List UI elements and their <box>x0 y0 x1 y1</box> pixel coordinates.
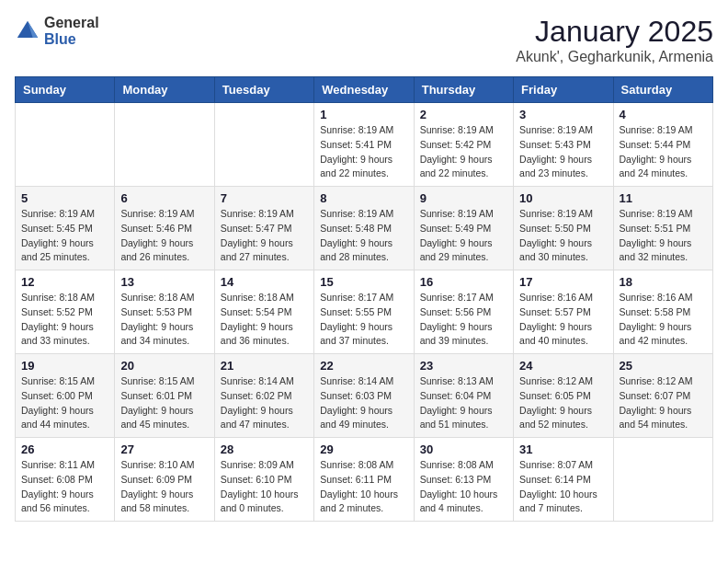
day-info: Sunrise: 8:19 AM Sunset: 5:43 PM Dayligh… <box>519 123 607 181</box>
day-info: Sunrise: 8:11 AM Sunset: 6:08 PM Dayligh… <box>21 458 108 516</box>
title-block: January 2025 Akunk', Gegharkunik, Armeni… <box>516 15 713 65</box>
day-number: 2 <box>420 108 507 121</box>
calendar-cell: 5Sunrise: 8:19 AM Sunset: 5:45 PM Daylig… <box>16 187 115 270</box>
day-info: Sunrise: 8:15 AM Sunset: 6:00 PM Dayligh… <box>21 374 108 432</box>
calendar-cell: 25Sunrise: 8:12 AM Sunset: 6:07 PM Dayli… <box>613 354 712 438</box>
calendar-cell <box>16 103 115 187</box>
day-number: 28 <box>221 442 308 456</box>
day-number: 13 <box>120 275 208 289</box>
day-number: 9 <box>420 191 507 205</box>
calendar-cell <box>115 103 214 187</box>
calendar-cell: 17Sunrise: 8:16 AM Sunset: 5:57 PM Dayli… <box>514 270 613 354</box>
day-number: 1 <box>320 108 407 121</box>
day-info: Sunrise: 8:18 AM Sunset: 5:52 PM Dayligh… <box>21 291 108 349</box>
calendar-header-row: SundayMondayTuesdayWednesdayThursdayFrid… <box>16 77 713 103</box>
calendar-cell: 29Sunrise: 8:08 AM Sunset: 6:11 PM Dayli… <box>314 438 414 522</box>
calendar-week-4: 19Sunrise: 8:15 AM Sunset: 6:00 PM Dayli… <box>16 354 713 438</box>
day-number: 16 <box>420 275 507 289</box>
day-number: 11 <box>620 191 707 205</box>
calendar-cell: 6Sunrise: 8:19 AM Sunset: 5:46 PM Daylig… <box>115 187 214 270</box>
calendar-cell: 2Sunrise: 8:19 AM Sunset: 5:42 PM Daylig… <box>414 103 513 187</box>
weekday-header-wednesday: Wednesday <box>314 77 414 103</box>
calendar-cell: 30Sunrise: 8:08 AM Sunset: 6:13 PM Dayli… <box>414 438 513 522</box>
day-number: 12 <box>21 275 108 289</box>
calendar-cell: 19Sunrise: 8:15 AM Sunset: 6:00 PM Dayli… <box>16 354 115 438</box>
day-info: Sunrise: 8:16 AM Sunset: 5:58 PM Dayligh… <box>620 291 707 349</box>
page-header: General Blue January 2025 Akunk', Geghar… <box>15 15 713 65</box>
day-number: 15 <box>320 275 407 289</box>
day-number: 14 <box>221 275 308 289</box>
logo-icon <box>15 18 40 44</box>
day-info: Sunrise: 8:19 AM Sunset: 5:47 PM Dayligh… <box>221 207 308 265</box>
calendar-table: SundayMondayTuesdayWednesdayThursdayFrid… <box>15 76 713 522</box>
day-info: Sunrise: 8:17 AM Sunset: 5:56 PM Dayligh… <box>420 291 507 349</box>
day-info: Sunrise: 8:18 AM Sunset: 5:53 PM Dayligh… <box>120 291 208 349</box>
calendar-cell: 1Sunrise: 8:19 AM Sunset: 5:41 PM Daylig… <box>314 103 414 187</box>
weekday-header-friday: Friday <box>514 77 613 103</box>
day-number: 18 <box>620 275 707 289</box>
day-info: Sunrise: 8:19 AM Sunset: 5:42 PM Dayligh… <box>420 123 507 181</box>
logo-blue-text: Blue <box>44 31 99 48</box>
day-number: 23 <box>420 359 507 373</box>
calendar-week-5: 26Sunrise: 8:11 AM Sunset: 6:08 PM Dayli… <box>16 438 713 522</box>
day-info: Sunrise: 8:07 AM Sunset: 6:14 PM Dayligh… <box>519 458 607 516</box>
weekday-header-sunday: Sunday <box>16 77 115 103</box>
day-info: Sunrise: 8:18 AM Sunset: 5:54 PM Dayligh… <box>221 291 308 349</box>
day-info: Sunrise: 8:08 AM Sunset: 6:13 PM Dayligh… <box>420 458 507 516</box>
day-number: 31 <box>519 442 607 456</box>
calendar-cell: 15Sunrise: 8:17 AM Sunset: 5:55 PM Dayli… <box>314 270 414 354</box>
calendar-cell: 28Sunrise: 8:09 AM Sunset: 6:10 PM Dayli… <box>214 438 313 522</box>
logo-general-text: General <box>44 15 99 31</box>
calendar-cell: 10Sunrise: 8:19 AM Sunset: 5:50 PM Dayli… <box>514 187 613 270</box>
calendar-cell <box>613 438 712 522</box>
calendar-cell: 23Sunrise: 8:13 AM Sunset: 6:04 PM Dayli… <box>414 354 513 438</box>
day-number: 21 <box>221 359 308 373</box>
weekday-header-tuesday: Tuesday <box>214 77 313 103</box>
calendar-cell: 20Sunrise: 8:15 AM Sunset: 6:01 PM Dayli… <box>115 354 214 438</box>
day-info: Sunrise: 8:12 AM Sunset: 6:05 PM Dayligh… <box>519 374 607 432</box>
day-info: Sunrise: 8:19 AM Sunset: 5:45 PM Dayligh… <box>21 207 108 265</box>
day-info: Sunrise: 8:14 AM Sunset: 6:02 PM Dayligh… <box>221 374 308 432</box>
logo: General Blue <box>15 15 99 47</box>
weekday-header-monday: Monday <box>115 77 214 103</box>
day-number: 30 <box>420 442 507 456</box>
day-info: Sunrise: 8:13 AM Sunset: 6:04 PM Dayligh… <box>420 374 507 432</box>
day-number: 26 <box>21 442 108 456</box>
calendar-cell: 3Sunrise: 8:19 AM Sunset: 5:43 PM Daylig… <box>514 103 613 187</box>
day-number: 29 <box>320 442 407 456</box>
calendar-cell: 22Sunrise: 8:14 AM Sunset: 6:03 PM Dayli… <box>314 354 414 438</box>
calendar-cell: 14Sunrise: 8:18 AM Sunset: 5:54 PM Dayli… <box>214 270 313 354</box>
location-title: Akunk', Gegharkunik, Armenia <box>516 49 713 65</box>
day-number: 10 <box>519 191 607 205</box>
calendar-cell: 4Sunrise: 8:19 AM Sunset: 5:44 PM Daylig… <box>613 103 712 187</box>
day-info: Sunrise: 8:17 AM Sunset: 5:55 PM Dayligh… <box>320 291 407 349</box>
weekday-header-saturday: Saturday <box>613 77 712 103</box>
day-number: 27 <box>120 442 208 456</box>
month-title: January 2025 <box>516 15 713 49</box>
calendar-cell: 9Sunrise: 8:19 AM Sunset: 5:49 PM Daylig… <box>414 187 513 270</box>
calendar-week-3: 12Sunrise: 8:18 AM Sunset: 5:52 PM Dayli… <box>16 270 713 354</box>
day-number: 20 <box>120 359 208 373</box>
day-info: Sunrise: 8:19 AM Sunset: 5:46 PM Dayligh… <box>120 207 208 265</box>
day-number: 6 <box>120 191 208 205</box>
day-info: Sunrise: 8:19 AM Sunset: 5:49 PM Dayligh… <box>420 207 507 265</box>
calendar-cell: 31Sunrise: 8:07 AM Sunset: 6:14 PM Dayli… <box>514 438 613 522</box>
day-info: Sunrise: 8:12 AM Sunset: 6:07 PM Dayligh… <box>620 374 707 432</box>
calendar-cell: 8Sunrise: 8:19 AM Sunset: 5:48 PM Daylig… <box>314 187 414 270</box>
day-number: 24 <box>519 359 607 373</box>
day-number: 7 <box>221 191 308 205</box>
day-info: Sunrise: 8:19 AM Sunset: 5:41 PM Dayligh… <box>320 123 407 181</box>
calendar-week-1: 1Sunrise: 8:19 AM Sunset: 5:41 PM Daylig… <box>16 103 713 187</box>
weekday-header-thursday: Thursday <box>414 77 513 103</box>
calendar-cell: 11Sunrise: 8:19 AM Sunset: 5:51 PM Dayli… <box>613 187 712 270</box>
day-number: 8 <box>320 191 407 205</box>
calendar-cell: 18Sunrise: 8:16 AM Sunset: 5:58 PM Dayli… <box>613 270 712 354</box>
day-number: 19 <box>21 359 108 373</box>
calendar-week-2: 5Sunrise: 8:19 AM Sunset: 5:45 PM Daylig… <box>16 187 713 270</box>
day-info: Sunrise: 8:10 AM Sunset: 6:09 PM Dayligh… <box>120 458 208 516</box>
calendar-cell <box>214 103 313 187</box>
calendar-cell: 16Sunrise: 8:17 AM Sunset: 5:56 PM Dayli… <box>414 270 513 354</box>
day-info: Sunrise: 8:15 AM Sunset: 6:01 PM Dayligh… <box>120 374 208 432</box>
calendar-cell: 12Sunrise: 8:18 AM Sunset: 5:52 PM Dayli… <box>16 270 115 354</box>
calendar-cell: 27Sunrise: 8:10 AM Sunset: 6:09 PM Dayli… <box>115 438 214 522</box>
